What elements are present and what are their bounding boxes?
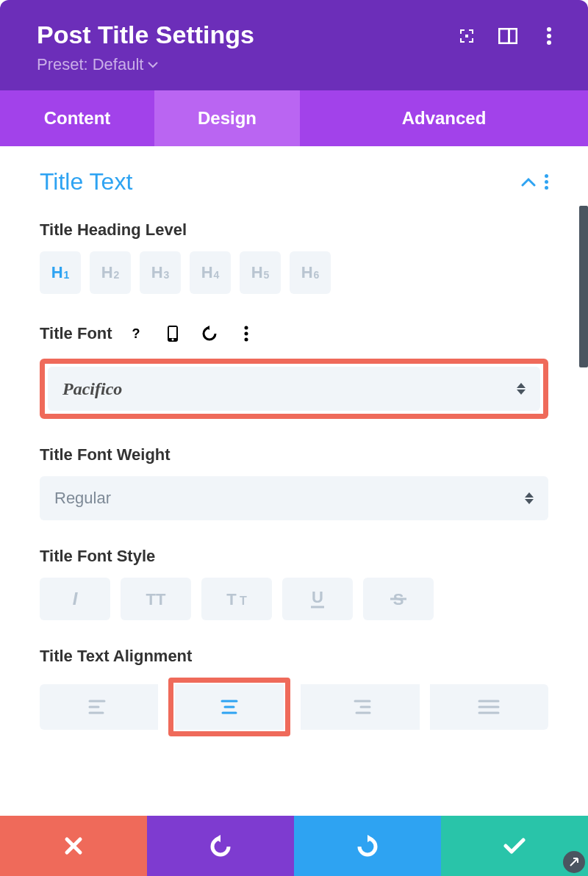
- svg-rect-1: [460, 29, 462, 34]
- font-highlight: Pacifico: [40, 359, 548, 419]
- svg-rect-8: [465, 35, 468, 37]
- font-label: Title Font: [40, 324, 112, 343]
- svg-point-11: [547, 27, 551, 32]
- preset-dropdown[interactable]: Preset: Default: [37, 55, 254, 74]
- heading-h1[interactable]: H1: [40, 251, 81, 294]
- style-strikethrough[interactable]: S: [363, 578, 434, 620]
- svg-rect-16: [169, 327, 176, 338]
- expand-icon[interactable]: [457, 26, 476, 46]
- svg-point-20: [244, 338, 248, 342]
- font-style-group: I TT TT U S: [40, 578, 548, 620]
- svg-rect-3: [472, 29, 473, 34]
- layout-icon[interactable]: [498, 26, 517, 46]
- tabs: Content Design Advanced: [0, 90, 588, 146]
- alignment-group: [40, 678, 548, 736]
- section-more-icon[interactable]: [545, 174, 548, 190]
- heading-h6[interactable]: H6: [290, 251, 331, 294]
- chevron-up-icon[interactable]: [521, 175, 536, 190]
- mobile-icon[interactable]: [159, 320, 186, 347]
- heading-h3[interactable]: H3: [140, 251, 181, 294]
- svg-point-12: [547, 34, 551, 38]
- svg-text:?: ?: [132, 326, 140, 341]
- svg-point-19: [244, 332, 248, 336]
- reset-icon[interactable]: [196, 320, 223, 347]
- heading-level-label: Title Heading Level: [40, 220, 548, 240]
- panel-header: Post Title Settings Preset: Default: [0, 0, 588, 90]
- heading-h2[interactable]: H2: [90, 251, 131, 294]
- field-more-icon[interactable]: [233, 320, 259, 347]
- align-center[interactable]: [175, 684, 284, 730]
- tab-content[interactable]: Content: [0, 90, 154, 146]
- svg-rect-10: [508, 29, 510, 43]
- heading-h5[interactable]: H5: [240, 251, 281, 294]
- more-icon[interactable]: [539, 26, 559, 46]
- select-arrows-icon: [525, 492, 534, 504]
- svg-text:T: T: [240, 595, 247, 607]
- font-weight-label: Title Font Weight: [40, 445, 548, 464]
- help-icon[interactable]: ?: [123, 320, 149, 347]
- tab-advanced[interactable]: Advanced: [300, 90, 588, 146]
- align-justify[interactable]: [430, 684, 548, 730]
- svg-point-18: [244, 326, 248, 330]
- svg-rect-5: [460, 38, 462, 43]
- svg-text:I: I: [73, 589, 79, 608]
- redo-button[interactable]: [294, 816, 441, 876]
- svg-text:U: U: [312, 588, 323, 606]
- style-italic[interactable]: I: [40, 578, 110, 620]
- font-style-label: Title Font Style: [40, 547, 548, 566]
- align-left[interactable]: [40, 684, 158, 730]
- scrollbar[interactable]: [579, 206, 588, 367]
- svg-text:TT: TT: [146, 590, 166, 608]
- chevron-down-icon: [148, 61, 158, 68]
- cancel-button[interactable]: [0, 816, 147, 876]
- style-smallcaps[interactable]: TT: [201, 578, 272, 620]
- svg-point-13: [547, 40, 551, 45]
- alignment-label: Title Text Alignment: [40, 647, 548, 666]
- select-arrows-icon: [517, 383, 526, 395]
- svg-text:T: T: [226, 590, 237, 608]
- font-select[interactable]: Pacifico: [48, 367, 540, 411]
- align-center-highlight: [168, 678, 290, 736]
- footer-actions: [0, 816, 588, 876]
- svg-point-17: [171, 339, 173, 341]
- resize-handle[interactable]: [563, 851, 585, 873]
- style-underline[interactable]: U: [282, 578, 353, 620]
- heading-level-group: H1 H2 H3 H4 H5 H6: [40, 251, 548, 294]
- style-uppercase[interactable]: TT: [121, 578, 191, 620]
- svg-rect-7: [472, 38, 473, 43]
- panel-title: Post Title Settings: [37, 21, 254, 49]
- undo-button[interactable]: [147, 816, 294, 876]
- heading-h4[interactable]: H4: [190, 251, 231, 294]
- align-right[interactable]: [301, 684, 419, 730]
- tab-design[interactable]: Design: [154, 90, 300, 146]
- section-title[interactable]: Title Text: [40, 168, 132, 195]
- font-weight-select[interactable]: Regular: [40, 476, 548, 520]
